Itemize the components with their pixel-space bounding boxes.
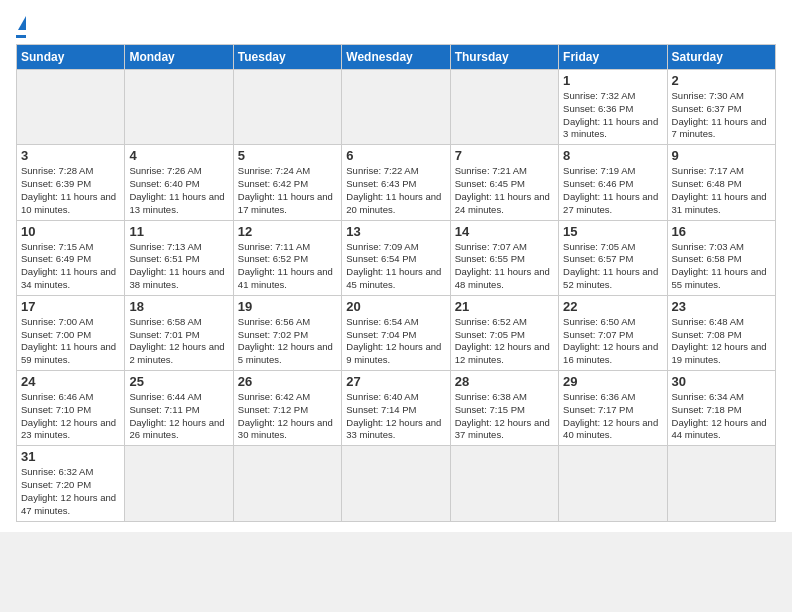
day-number: 15: [563, 224, 662, 239]
calendar-cell: 20Sunrise: 6:54 AM Sunset: 7:04 PM Dayli…: [342, 295, 450, 370]
calendar-cell: [233, 446, 341, 521]
calendar-cell: 31Sunrise: 6:32 AM Sunset: 7:20 PM Dayli…: [17, 446, 125, 521]
calendar-cell: 27Sunrise: 6:40 AM Sunset: 7:14 PM Dayli…: [342, 371, 450, 446]
day-number: 12: [238, 224, 337, 239]
day-info: Sunrise: 7:32 AM Sunset: 6:36 PM Dayligh…: [563, 90, 662, 141]
day-number: 25: [129, 374, 228, 389]
day-info: Sunrise: 7:19 AM Sunset: 6:46 PM Dayligh…: [563, 165, 662, 216]
calendar-cell: [342, 446, 450, 521]
calendar-cell: 1Sunrise: 7:32 AM Sunset: 6:36 PM Daylig…: [559, 70, 667, 145]
calendar-cell: 6Sunrise: 7:22 AM Sunset: 6:43 PM Daylig…: [342, 145, 450, 220]
day-number: 5: [238, 148, 337, 163]
calendar-header: SundayMondayTuesdayWednesdayThursdayFrid…: [17, 45, 776, 70]
calendar-cell: [125, 446, 233, 521]
day-number: 1: [563, 73, 662, 88]
calendar-cell: [342, 70, 450, 145]
week-row-2: 10Sunrise: 7:15 AM Sunset: 6:49 PM Dayli…: [17, 220, 776, 295]
day-number: 23: [672, 299, 771, 314]
day-info: Sunrise: 7:17 AM Sunset: 6:48 PM Dayligh…: [672, 165, 771, 216]
day-info: Sunrise: 7:24 AM Sunset: 6:42 PM Dayligh…: [238, 165, 337, 216]
calendar-cell: 7Sunrise: 7:21 AM Sunset: 6:45 PM Daylig…: [450, 145, 558, 220]
calendar-cell: 5Sunrise: 7:24 AM Sunset: 6:42 PM Daylig…: [233, 145, 341, 220]
calendar-cell: [233, 70, 341, 145]
calendar-cell: 25Sunrise: 6:44 AM Sunset: 7:11 PM Dayli…: [125, 371, 233, 446]
day-info: Sunrise: 7:00 AM Sunset: 7:00 PM Dayligh…: [21, 316, 120, 367]
day-info: Sunrise: 6:56 AM Sunset: 7:02 PM Dayligh…: [238, 316, 337, 367]
calendar-cell: 8Sunrise: 7:19 AM Sunset: 6:46 PM Daylig…: [559, 145, 667, 220]
day-number: 19: [238, 299, 337, 314]
calendar-cell: 17Sunrise: 7:00 AM Sunset: 7:00 PM Dayli…: [17, 295, 125, 370]
day-number: 11: [129, 224, 228, 239]
calendar-cell: [450, 70, 558, 145]
day-number: 21: [455, 299, 554, 314]
day-info: Sunrise: 7:09 AM Sunset: 6:54 PM Dayligh…: [346, 241, 445, 292]
day-info: Sunrise: 6:44 AM Sunset: 7:11 PM Dayligh…: [129, 391, 228, 442]
day-number: 2: [672, 73, 771, 88]
day-info: Sunrise: 6:42 AM Sunset: 7:12 PM Dayligh…: [238, 391, 337, 442]
calendar-cell: [559, 446, 667, 521]
day-info: Sunrise: 6:48 AM Sunset: 7:08 PM Dayligh…: [672, 316, 771, 367]
week-row-0: 1Sunrise: 7:32 AM Sunset: 6:36 PM Daylig…: [17, 70, 776, 145]
day-info: Sunrise: 7:21 AM Sunset: 6:45 PM Dayligh…: [455, 165, 554, 216]
calendar-cell: 2Sunrise: 7:30 AM Sunset: 6:37 PM Daylig…: [667, 70, 775, 145]
page: SundayMondayTuesdayWednesdayThursdayFrid…: [0, 0, 792, 532]
day-info: Sunrise: 7:30 AM Sunset: 6:37 PM Dayligh…: [672, 90, 771, 141]
day-info: Sunrise: 6:52 AM Sunset: 7:05 PM Dayligh…: [455, 316, 554, 367]
day-info: Sunrise: 6:34 AM Sunset: 7:18 PM Dayligh…: [672, 391, 771, 442]
day-info: Sunrise: 7:22 AM Sunset: 6:43 PM Dayligh…: [346, 165, 445, 216]
header-day-saturday: Saturday: [667, 45, 775, 70]
logo-line: [16, 35, 26, 38]
calendar-cell: 19Sunrise: 6:56 AM Sunset: 7:02 PM Dayli…: [233, 295, 341, 370]
header-day-monday: Monday: [125, 45, 233, 70]
calendar-cell: [17, 70, 125, 145]
day-number: 6: [346, 148, 445, 163]
day-number: 13: [346, 224, 445, 239]
day-number: 8: [563, 148, 662, 163]
day-number: 3: [21, 148, 120, 163]
week-row-4: 24Sunrise: 6:46 AM Sunset: 7:10 PM Dayli…: [17, 371, 776, 446]
calendar-cell: 11Sunrise: 7:13 AM Sunset: 6:51 PM Dayli…: [125, 220, 233, 295]
day-number: 18: [129, 299, 228, 314]
header: [16, 16, 776, 38]
day-number: 7: [455, 148, 554, 163]
header-day-sunday: Sunday: [17, 45, 125, 70]
calendar-cell: 22Sunrise: 6:50 AM Sunset: 7:07 PM Dayli…: [559, 295, 667, 370]
day-number: 22: [563, 299, 662, 314]
calendar-cell: 28Sunrise: 6:38 AM Sunset: 7:15 PM Dayli…: [450, 371, 558, 446]
day-number: 26: [238, 374, 337, 389]
calendar-cell: [667, 446, 775, 521]
calendar-cell: 3Sunrise: 7:28 AM Sunset: 6:39 PM Daylig…: [17, 145, 125, 220]
day-number: 16: [672, 224, 771, 239]
day-number: 28: [455, 374, 554, 389]
calendar-cell: 21Sunrise: 6:52 AM Sunset: 7:05 PM Dayli…: [450, 295, 558, 370]
calendar-cell: 9Sunrise: 7:17 AM Sunset: 6:48 PM Daylig…: [667, 145, 775, 220]
day-info: Sunrise: 7:26 AM Sunset: 6:40 PM Dayligh…: [129, 165, 228, 216]
calendar-cell: 4Sunrise: 7:26 AM Sunset: 6:40 PM Daylig…: [125, 145, 233, 220]
day-number: 30: [672, 374, 771, 389]
logo: [16, 16, 26, 38]
header-day-friday: Friday: [559, 45, 667, 70]
day-info: Sunrise: 6:36 AM Sunset: 7:17 PM Dayligh…: [563, 391, 662, 442]
day-number: 10: [21, 224, 120, 239]
calendar-cell: 18Sunrise: 6:58 AM Sunset: 7:01 PM Dayli…: [125, 295, 233, 370]
calendar-table: SundayMondayTuesdayWednesdayThursdayFrid…: [16, 44, 776, 522]
calendar-cell: 12Sunrise: 7:11 AM Sunset: 6:52 PM Dayli…: [233, 220, 341, 295]
day-info: Sunrise: 7:05 AM Sunset: 6:57 PM Dayligh…: [563, 241, 662, 292]
calendar-cell: 14Sunrise: 7:07 AM Sunset: 6:55 PM Dayli…: [450, 220, 558, 295]
calendar-cell: 15Sunrise: 7:05 AM Sunset: 6:57 PM Dayli…: [559, 220, 667, 295]
header-day-tuesday: Tuesday: [233, 45, 341, 70]
day-number: 31: [21, 449, 120, 464]
header-day-thursday: Thursday: [450, 45, 558, 70]
calendar-cell: [450, 446, 558, 521]
day-info: Sunrise: 7:13 AM Sunset: 6:51 PM Dayligh…: [129, 241, 228, 292]
day-number: 29: [563, 374, 662, 389]
calendar-cell: 30Sunrise: 6:34 AM Sunset: 7:18 PM Dayli…: [667, 371, 775, 446]
day-info: Sunrise: 7:03 AM Sunset: 6:58 PM Dayligh…: [672, 241, 771, 292]
day-number: 4: [129, 148, 228, 163]
day-number: 17: [21, 299, 120, 314]
day-info: Sunrise: 6:50 AM Sunset: 7:07 PM Dayligh…: [563, 316, 662, 367]
day-info: Sunrise: 6:32 AM Sunset: 7:20 PM Dayligh…: [21, 466, 120, 517]
logo-triangle-icon: [18, 16, 26, 30]
week-row-3: 17Sunrise: 7:00 AM Sunset: 7:00 PM Dayli…: [17, 295, 776, 370]
day-info: Sunrise: 7:15 AM Sunset: 6:49 PM Dayligh…: [21, 241, 120, 292]
